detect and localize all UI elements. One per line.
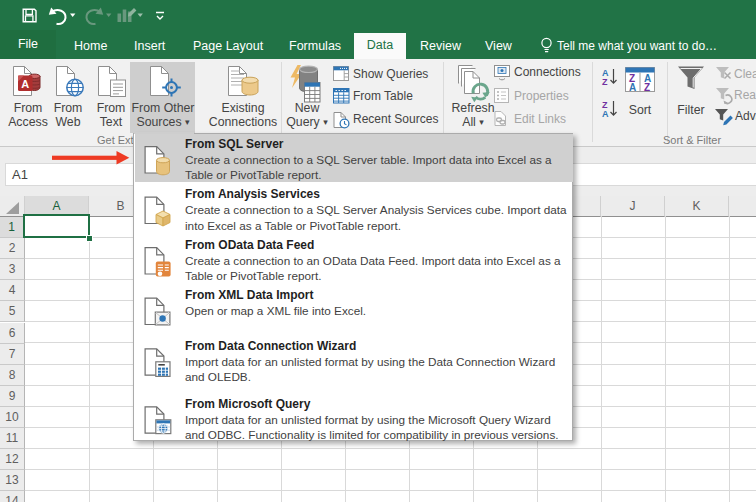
svg-text:Z: Z <box>602 77 608 87</box>
svg-text:A: A <box>21 78 29 90</box>
svg-text:Z: Z <box>644 82 650 93</box>
svg-text:A: A <box>629 82 636 93</box>
svg-text:A: A <box>602 109 609 119</box>
